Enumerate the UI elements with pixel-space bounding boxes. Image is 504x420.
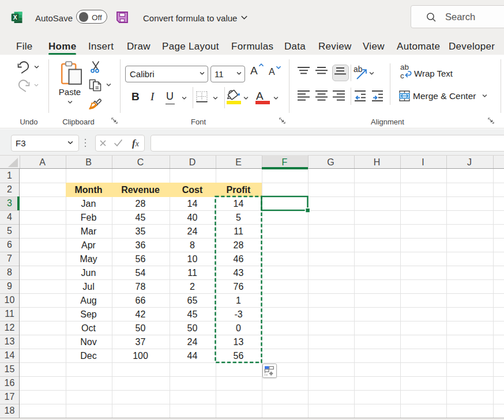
svg-text:X: X	[13, 14, 17, 21]
